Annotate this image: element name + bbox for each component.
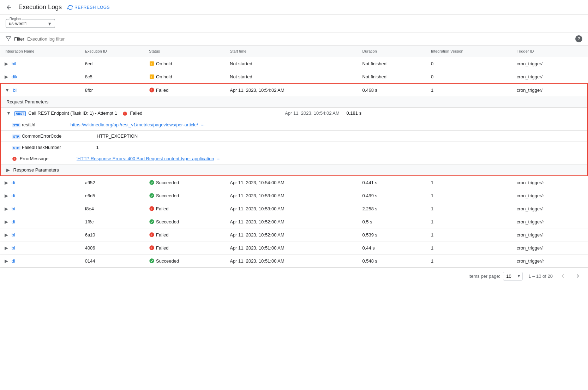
page-title: Execution Logs [18, 4, 62, 11]
region-select-wrapper: Region us-west1 us-east1 us-central1 eur… [6, 19, 55, 28]
table-container: Integration Name Execution ID Status Sta… [0, 46, 588, 268]
header: Execution Logs REFRESH LOGS [0, 0, 588, 15]
integration-name-cell: ▶ bi [0, 202, 81, 215]
failed-icon: ! [149, 206, 155, 211]
integration-link[interactable]: di [12, 219, 15, 224]
expand-button[interactable]: ▶ [5, 219, 8, 224]
onhold-icon: ! [149, 61, 155, 66]
status-cell: Succeeded [145, 215, 226, 228]
truncate-dots[interactable]: ··· [217, 156, 221, 161]
expand-button[interactable]: ▶ [5, 180, 8, 185]
field-row: STR FailedlTaskNumber 1 [0, 142, 588, 153]
svg-text:!: ! [151, 62, 152, 65]
failed-icon: ! [149, 87, 155, 93]
sub-task-cell: ▼ REST Call REST Endpoint (Task ID: 1) -… [0, 108, 588, 119]
expand-button[interactable]: ▶ [6, 167, 10, 173]
duration-cell: 0.499 s [358, 189, 427, 202]
truncate-dots[interactable]: ··· [200, 122, 204, 127]
next-page-button[interactable] [573, 271, 582, 281]
field-cell: ! ErrorMessage 'HTTP Response Errors: 40… [0, 153, 588, 164]
table-row: ▶ bil 6ed ! On hold Not started Not fini… [0, 57, 588, 70]
duration-cell: Not finished [358, 57, 427, 70]
svg-text:!: ! [14, 157, 15, 160]
rest-url-link[interactable]: https://wikimedia.org/api/rest_v1/metric… [71, 122, 198, 127]
svg-text:!: ! [151, 233, 152, 236]
help-icon[interactable]: ? [575, 35, 582, 42]
trigger-id-cell: cron_trigger/ [512, 83, 588, 96]
duration-cell: 0.5 s [358, 215, 427, 228]
region-select[interactable]: us-west1 us-east1 us-central1 europe-wes… [9, 21, 52, 26]
onhold-icon: ! [149, 74, 155, 79]
table-row: ▶ bi 6a10 ! Failed Apr 11, 2023, 10:52:0… [0, 228, 588, 241]
version-cell: 1 [427, 241, 512, 254]
version-cell: 1 [427, 202, 512, 215]
start-time-cell: Apr 11, 2023, 10:51:00 AM [226, 241, 358, 254]
integration-link[interactable]: bi [12, 245, 15, 251]
expand-button[interactable]: ▼ [6, 110, 11, 116]
integration-link[interactable]: di [12, 258, 15, 264]
failed-icon: ! [122, 111, 127, 116]
col-start-time: Start time [226, 46, 358, 57]
failed-icon: ! [149, 232, 155, 238]
execution-id-cell: e6d5 [81, 189, 145, 202]
field-name: ErrorMessage [20, 156, 49, 161]
expand-button[interactable]: ▶ [5, 193, 8, 198]
trigger-id-cell: cron_trigger/r [512, 176, 588, 189]
succeeded-icon [149, 258, 155, 264]
execution-id-cell: 6a10 [81, 228, 145, 241]
version-cell: 1 [427, 83, 512, 96]
integration-link[interactable]: bi [12, 206, 15, 211]
str-badge: STR [12, 146, 20, 150]
error-message-link[interactable]: 'HTTP Response Errors: 400 Bad Request c… [77, 156, 214, 161]
expand-button[interactable]: ▶ [5, 258, 8, 264]
status-cell: ! Failed [145, 83, 226, 96]
execution-id-cell: 6ed [81, 57, 145, 70]
version-cell: 1 [427, 215, 512, 228]
region-label: Region [9, 17, 22, 21]
integration-link[interactable]: di [12, 193, 15, 198]
integration-name-cell: ▶ di [0, 215, 81, 228]
back-button[interactable] [6, 4, 13, 11]
field-name: FailedlTaskNumber [22, 145, 61, 150]
expand-button[interactable]: ▶ [5, 74, 8, 79]
start-time-cell: Apr 11, 2023, 10:53:00 AM [226, 189, 358, 202]
expand-button[interactable]: ▶ [5, 245, 8, 251]
subtask-label: Call REST Endpoint (Task ID: 1) - Attemp… [28, 110, 117, 116]
col-trigger-id: Trigger ID [512, 46, 588, 57]
trigger-id-cell: cron_trigger/ [512, 57, 588, 70]
field-name: CommonErrorCode [22, 133, 62, 139]
integration-link[interactable]: bil [12, 61, 16, 66]
expand-button[interactable]: ▶ [5, 61, 8, 66]
execution-id-cell: 8c5 [81, 70, 145, 84]
svg-point-11 [149, 180, 154, 185]
integration-link[interactable]: bi [12, 232, 15, 238]
expand-button[interactable]: ▼ [5, 88, 10, 93]
start-time-cell: Apr 11, 2023, 10:52:00 AM [226, 228, 358, 241]
field-cell: STR CommonErrorCode HTTP_EXCEPTION [0, 130, 588, 142]
duration-cell: 2.258 s [358, 202, 427, 215]
prev-page-button[interactable] [558, 271, 568, 281]
execution-id-cell: 0144 [81, 254, 145, 268]
version-cell: 0 [427, 57, 512, 70]
status-cell: ! Failed [145, 241, 226, 254]
trigger-id-cell: cron_trigger/l [512, 228, 588, 241]
table-row: ▶ dik 8c5 ! On hold Not started Not fini… [0, 70, 588, 84]
str-badge: STR [12, 123, 20, 127]
refresh-button[interactable]: REFRESH LOGS [67, 5, 110, 10]
table-row: ▶ di 0144 Succeeded Apr 11, 2023, 10:51:… [0, 254, 588, 268]
start-time-cell: Apr 11, 2023, 10:54:00 AM [226, 176, 358, 189]
integration-name-cell: ▶ bi [0, 228, 81, 241]
per-page-select[interactable]: 10 25 50 100 [503, 272, 523, 281]
col-duration: Duration [358, 46, 427, 57]
version-cell: 1 [427, 176, 512, 189]
items-per-page-label: Items per page: [468, 274, 500, 279]
integration-link[interactable]: di [12, 180, 15, 185]
col-status: Status [145, 46, 226, 57]
integration-link[interactable]: dik [12, 74, 18, 79]
version-cell: 1 [427, 254, 512, 268]
expand-button[interactable]: ▶ [5, 206, 8, 211]
filter-input[interactable] [27, 36, 572, 42]
svg-text:!: ! [151, 207, 152, 210]
integration-link[interactable]: bil [13, 88, 18, 93]
expand-button[interactable]: ▶ [5, 232, 8, 238]
